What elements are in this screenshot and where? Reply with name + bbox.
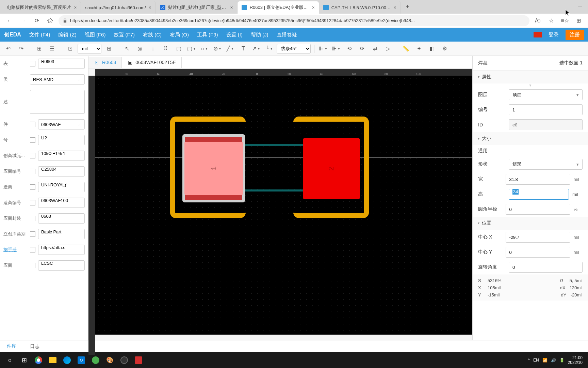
favorite-button[interactable]: ☆ bbox=[546, 15, 557, 26]
layer-select[interactable]: 顶层▾ bbox=[509, 89, 583, 100]
unit-select[interactable]: mil bbox=[78, 44, 101, 53]
checkbox[interactable] bbox=[30, 169, 35, 174]
forward-button[interactable]: → bbox=[18, 15, 29, 26]
shape-select[interactable]: 矩形▾ bbox=[509, 159, 583, 170]
canvas[interactable]: 1 2 bbox=[95, 76, 472, 335]
checkbox[interactable] bbox=[30, 122, 35, 127]
align-h-tool[interactable]: ⊫▼ bbox=[318, 43, 329, 54]
back-button[interactable]: ← bbox=[4, 15, 15, 26]
via-tool[interactable]: ⁞ bbox=[147, 43, 158, 54]
menu-file[interactable]: 文件 (F4) bbox=[29, 32, 50, 38]
supplier-part-input[interactable]: C25804 bbox=[38, 166, 85, 177]
rounded-rect-tool[interactable]: ▢ bbox=[173, 43, 184, 54]
explorer-icon[interactable] bbox=[46, 353, 60, 367]
flip-v-button[interactable]: ▷ bbox=[382, 43, 393, 54]
read-aloud-button[interactable]: A)) bbox=[532, 15, 543, 26]
sound-icon[interactable]: 🔊 bbox=[551, 358, 556, 363]
doc-tab[interactable]: ⊡ R0603 bbox=[88, 57, 122, 68]
menu-settings[interactable]: 设置 (I) bbox=[226, 32, 243, 38]
pad-1[interactable]: 1 bbox=[182, 134, 245, 202]
designator-input[interactable]: U? bbox=[38, 135, 85, 145]
browser-tab[interactable]: LC 贴片电阻_贴片电阻厂家_型号_价 × bbox=[156, 1, 238, 14]
description-input[interactable] bbox=[30, 90, 85, 114]
width-input[interactable] bbox=[506, 174, 570, 185]
menu-tools[interactable]: 工具 (F9) bbox=[197, 32, 218, 38]
flag-cn-icon[interactable] bbox=[534, 32, 542, 37]
browser-tab[interactable]: R0603 | 嘉立创EDA(专业版) - V1 × bbox=[238, 1, 319, 14]
linestyle-select[interactable]: 线条45° bbox=[277, 44, 311, 53]
manufacturer-part-input[interactable]: 0603WAF100 bbox=[38, 198, 85, 208]
grid-snap-button[interactable]: ⊞ bbox=[103, 43, 114, 54]
doc-tab[interactable]: ▣ 0603WAF1002T5E bbox=[122, 57, 182, 68]
eraser-button[interactable]: ◧ bbox=[426, 43, 437, 54]
app-icon[interactable] bbox=[88, 353, 103, 367]
category-input[interactable]: RES-SMD··· bbox=[30, 74, 85, 85]
section-size[interactable]: 大小 bbox=[473, 132, 588, 145]
name-input[interactable]: R0603 bbox=[38, 59, 85, 69]
home-button[interactable] bbox=[45, 15, 56, 26]
favorites-bar-button[interactable]: ≡☆ bbox=[559, 15, 570, 26]
circle-tool[interactable]: ○▼ bbox=[199, 43, 210, 54]
new-tab-button[interactable]: + bbox=[402, 1, 413, 12]
menu-route[interactable]: 布线 (C) bbox=[143, 32, 162, 38]
ruler-button[interactable]: 📏 bbox=[401, 43, 411, 54]
checkbox[interactable] bbox=[30, 263, 35, 268]
menu-live[interactable]: 直播答疑 bbox=[277, 32, 297, 38]
cursor-tool[interactable]: ↖ bbox=[121, 43, 132, 54]
refresh-button[interactable]: ⟳ bbox=[31, 15, 42, 26]
value-input[interactable]: 10kΩ ±1% 1 bbox=[38, 151, 85, 161]
magic-button[interactable]: ✦ bbox=[413, 43, 424, 54]
wifi-icon[interactable]: 📶 bbox=[542, 358, 548, 363]
manufacturer-input[interactable]: UNI-ROYAL( bbox=[38, 182, 85, 192]
rotate-left-button[interactable]: ⟲ bbox=[344, 43, 355, 54]
rotation-input[interactable] bbox=[509, 262, 583, 273]
close-icon[interactable]: × bbox=[74, 5, 77, 10]
grid-button[interactable]: ⊞ bbox=[34, 43, 45, 54]
height-input[interactable]: 34 bbox=[509, 189, 569, 200]
close-icon[interactable]: × bbox=[312, 5, 315, 10]
section-position[interactable]: 位置 bbox=[473, 217, 588, 230]
checkbox[interactable] bbox=[30, 153, 35, 158]
browser-tab[interactable]: CAP-TH_L8.5-W5.0-P10.00-D0.6 × bbox=[319, 1, 401, 14]
clock[interactable]: 21:00 2022/10 bbox=[568, 355, 585, 365]
task-view-button[interactable]: ⊞ bbox=[17, 353, 31, 367]
flip-h-button[interactable]: ⇄ bbox=[370, 43, 380, 54]
minimize-button[interactable]: ─ bbox=[572, 0, 588, 14]
tab-log[interactable]: 日志 bbox=[23, 341, 46, 352]
radius-input[interactable] bbox=[506, 204, 570, 215]
browser-tab[interactable]: 电路板图片的搜索结果_百度图片 × bbox=[3, 1, 81, 14]
menu-place[interactable]: 放置 (F7) bbox=[114, 32, 135, 38]
search-button[interactable]: ○ bbox=[3, 353, 17, 367]
package-input[interactable]: 0603 bbox=[38, 213, 85, 224]
checkbox[interactable] bbox=[30, 216, 35, 221]
tab-library[interactable]: 件库 bbox=[0, 340, 23, 353]
supplier-input[interactable]: LCSC bbox=[38, 260, 85, 271]
checkbox[interactable] bbox=[30, 200, 35, 205]
part-input[interactable]: 0603WAF··· bbox=[38, 119, 85, 129]
login-button[interactable]: 登录 bbox=[549, 32, 559, 38]
close-icon[interactable]: × bbox=[230, 5, 233, 10]
outlook-icon[interactable]: O bbox=[74, 353, 88, 367]
register-button[interactable]: 注册 bbox=[566, 30, 584, 40]
no-tool[interactable]: ⊘▼ bbox=[212, 43, 223, 54]
edge-icon[interactable] bbox=[60, 353, 74, 367]
pad-2[interactable]: 2 bbox=[303, 138, 360, 199]
menu-edit[interactable]: 编辑 (Z) bbox=[58, 32, 76, 38]
menu-layout[interactable]: 布局 (O) bbox=[170, 32, 189, 38]
checkbox[interactable] bbox=[30, 137, 35, 143]
centerx-input[interactable] bbox=[506, 232, 570, 243]
checkbox[interactable] bbox=[30, 247, 35, 252]
app-icon[interactable] bbox=[131, 353, 146, 367]
circle-center-tool[interactable]: ◎ bbox=[134, 43, 145, 54]
centery-input[interactable] bbox=[506, 247, 570, 258]
checkbox[interactable] bbox=[30, 231, 35, 237]
close-icon[interactable]: × bbox=[394, 5, 396, 10]
text-tool[interactable]: T bbox=[238, 43, 249, 54]
number-input[interactable] bbox=[509, 104, 583, 115]
checkbox[interactable] bbox=[30, 61, 35, 66]
list-button[interactable]: ☰ bbox=[47, 43, 58, 54]
battery-icon[interactable]: 🔋 bbox=[559, 358, 565, 363]
settings-button[interactable]: ⚙ bbox=[439, 43, 450, 54]
angle-tool[interactable]: └▼ bbox=[264, 43, 275, 54]
undo-button[interactable]: ↶ bbox=[3, 43, 14, 54]
